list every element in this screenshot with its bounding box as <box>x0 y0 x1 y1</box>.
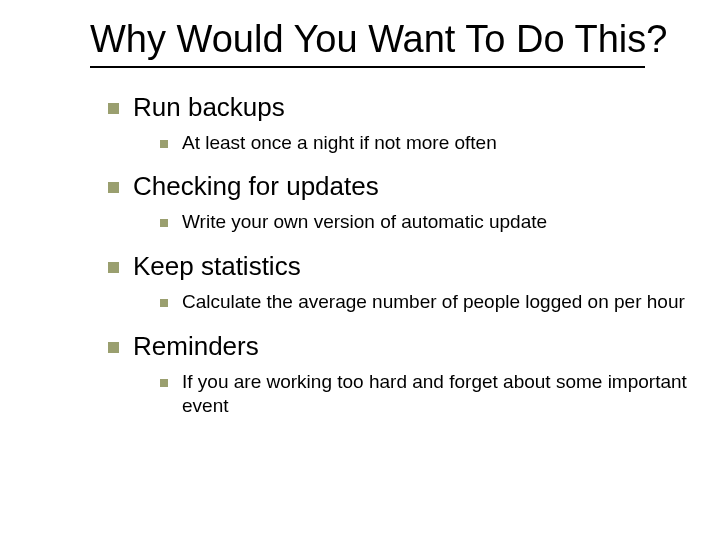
content-area: Run backups At least once a night if not… <box>90 92 720 419</box>
item-label: Run backups <box>133 92 285 123</box>
slide: Why Would You Want To Do This? Run backu… <box>0 0 720 419</box>
square-bullet-icon <box>108 342 119 353</box>
subitem-label: At least once a night if not more often <box>182 131 497 156</box>
slide-title: Why Would You Want To Do This? <box>90 18 720 62</box>
square-bullet-icon <box>108 103 119 114</box>
list-item: Keep statistics Calculate the average nu… <box>108 251 720 315</box>
subitem-label: Calculate the average number of people l… <box>182 290 685 315</box>
subitem-label: Write your own version of automatic upda… <box>182 210 547 235</box>
subitem-label: If you are working too hard and forget a… <box>182 370 702 419</box>
square-bullet-icon <box>108 182 119 193</box>
list-item: Reminders If you are working too hard an… <box>108 331 720 419</box>
square-bullet-icon <box>160 299 168 307</box>
list-item: Checking for updates Write your own vers… <box>108 171 720 235</box>
square-bullet-icon <box>160 219 168 227</box>
item-label: Reminders <box>133 331 259 362</box>
square-bullet-icon <box>160 379 168 387</box>
item-label: Keep statistics <box>133 251 301 282</box>
title-underline <box>90 66 645 68</box>
square-bullet-icon <box>160 140 168 148</box>
list-item: Run backups At least once a night if not… <box>108 92 720 156</box>
square-bullet-icon <box>108 262 119 273</box>
item-label: Checking for updates <box>133 171 379 202</box>
